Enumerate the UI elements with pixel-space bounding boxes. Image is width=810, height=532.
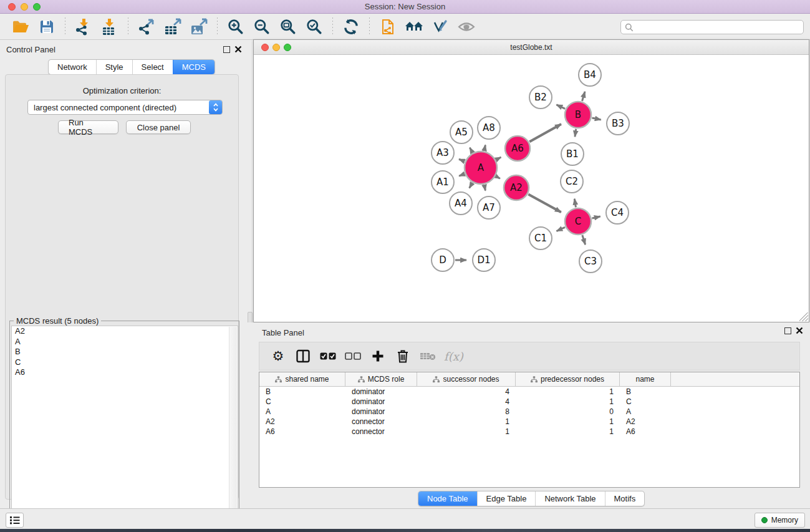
delete-column-button[interactable] xyxy=(393,347,412,365)
mcds-result-list[interactable]: A2ABCA6 xyxy=(11,326,238,530)
table-cell[interactable]: dominator xyxy=(345,387,417,397)
float-table-panel-icon[interactable] xyxy=(784,327,791,334)
graph-edge-A-A5[interactable] xyxy=(470,148,472,153)
network-graph[interactable]: B4B2BB3A5A8A6B1A3AC2A1A2A4A7C4CC1C3DD1 xyxy=(254,55,809,322)
float-panel-icon[interactable] xyxy=(223,46,230,53)
table-cell[interactable]: 0 xyxy=(516,407,620,417)
table-cell[interactable]: C xyxy=(620,397,671,407)
table-cell[interactable]: 1 xyxy=(417,427,516,437)
zoom-fit-button[interactable] xyxy=(277,17,299,37)
table-cell[interactable]: 1 xyxy=(516,387,620,397)
graph-edge-A-A6[interactable] xyxy=(496,157,501,160)
tab-motifs[interactable]: Motifs xyxy=(605,491,645,506)
table-row[interactable]: Adominator80A xyxy=(259,407,799,417)
table-cell[interactable]: connector xyxy=(345,427,417,437)
close-panel-button[interactable]: Close panel xyxy=(126,120,191,134)
table-cell[interactable]: connector xyxy=(345,417,417,427)
table-cell[interactable]: 1 xyxy=(516,397,620,407)
table-cell[interactable]: dominator xyxy=(345,407,417,417)
save-session-button[interactable] xyxy=(36,17,57,37)
graph-edge-A-A8[interactable] xyxy=(485,145,486,150)
tab-style[interactable]: Style xyxy=(96,60,132,74)
table-settings-button[interactable]: ⚙ xyxy=(269,347,287,365)
open-in-web-button[interactable] xyxy=(377,17,398,37)
import-network-button[interactable] xyxy=(73,17,94,37)
graph-edge-B-B3[interactable] xyxy=(592,118,600,120)
tab-edge-table[interactable]: Edge Table xyxy=(477,491,536,506)
table-row[interactable]: A6connector11A6 xyxy=(259,427,799,437)
table-cell[interactable]: A xyxy=(259,407,345,417)
table-cell[interactable]: 4 xyxy=(417,387,516,397)
graph-edge-B-B4[interactable] xyxy=(582,92,585,101)
table-cell[interactable]: 1 xyxy=(417,417,516,427)
graph-edge-C-C4[interactable] xyxy=(592,216,600,218)
table-cell[interactable]: A2 xyxy=(620,417,671,427)
show-hide-button[interactable] xyxy=(456,17,477,37)
result-list-scrollbar[interactable] xyxy=(229,327,237,530)
graph-edge-A6-B[interactable] xyxy=(529,124,561,142)
table-cell[interactable]: dominator xyxy=(345,397,417,407)
graph-edge-B-B1[interactable] xyxy=(575,129,576,137)
graph-edge-A-A4[interactable] xyxy=(470,183,473,188)
deselect-all-button[interactable] xyxy=(344,347,362,365)
window-resize-grip[interactable] xyxy=(799,312,808,321)
home-button[interactable] xyxy=(403,17,425,37)
export-table-button[interactable] xyxy=(162,17,183,37)
graph-edge-A-A3[interactable] xyxy=(459,159,465,161)
tab-network[interactable]: Network xyxy=(49,60,96,74)
table-cell[interactable]: A6 xyxy=(259,427,345,437)
export-network-button[interactable] xyxy=(136,17,157,37)
network-window-titlebar[interactable]: testGlobe.txt xyxy=(254,40,809,55)
refresh-button[interactable] xyxy=(340,17,362,37)
graph-edge-A2-C[interactable] xyxy=(528,195,561,213)
task-history-button[interactable] xyxy=(6,513,24,528)
table-cell[interactable]: A6 xyxy=(620,427,671,437)
table-cell[interactable]: A xyxy=(620,407,671,417)
table-cell[interactable]: C xyxy=(259,397,345,407)
open-session-button[interactable] xyxy=(10,17,31,37)
graph-edge-C-C3[interactable] xyxy=(582,235,586,244)
graph-edge-C-C2[interactable] xyxy=(574,199,576,208)
table-cell[interactable]: 1 xyxy=(516,417,620,427)
tab-select[interactable]: Select xyxy=(132,60,173,74)
column-header-name[interactable]: name xyxy=(620,372,671,386)
annotation-button[interactable] xyxy=(430,17,451,37)
graph-edge-C-C1[interactable] xyxy=(557,227,565,231)
table-cell[interactable]: A2 xyxy=(259,417,345,427)
column-header-successor-nodes[interactable]: successor nodes xyxy=(417,372,516,386)
graph-edge-A-A7[interactable] xyxy=(485,185,486,190)
search-field[interactable] xyxy=(620,20,804,34)
result-item[interactable]: A xyxy=(12,337,238,347)
result-item[interactable]: B xyxy=(12,347,238,357)
delete-table-button[interactable] xyxy=(418,347,437,365)
table-row[interactable]: Cdominator41C xyxy=(259,397,799,407)
table-cell[interactable]: 1 xyxy=(516,427,620,437)
graph-edge-A-A2[interactable] xyxy=(496,177,499,179)
table-cell[interactable]: B xyxy=(620,387,671,397)
graph-edge-A-A1[interactable] xyxy=(459,174,465,176)
table-cell[interactable]: 4 xyxy=(417,397,516,407)
zoom-in-button[interactable] xyxy=(225,17,246,37)
result-item[interactable]: C xyxy=(12,357,238,368)
result-item[interactable]: A2 xyxy=(12,326,238,337)
show-columns-button[interactable] xyxy=(294,347,312,365)
table-cell[interactable]: 8 xyxy=(417,407,516,417)
node-table[interactable]: shared nameMCDS rolesuccessor nodesprede… xyxy=(259,372,800,488)
search-input[interactable] xyxy=(636,23,799,32)
close-panel-icon[interactable] xyxy=(234,46,242,53)
graph-edge-B-B2[interactable] xyxy=(556,105,565,109)
close-table-panel-icon[interactable] xyxy=(796,327,803,334)
import-table-button[interactable] xyxy=(99,17,120,37)
table-row[interactable]: Bdominator41B xyxy=(259,387,799,397)
result-item[interactable]: A6 xyxy=(12,367,238,378)
tab-mcds[interactable]: MCDS xyxy=(173,60,215,74)
network-canvas[interactable]: B4B2BB3A5A8A6B1A3AC2A1A2A4A7C4CC1C3DD1 xyxy=(254,55,809,322)
column-header-shared-name[interactable]: shared name xyxy=(259,372,345,386)
export-image-button[interactable] xyxy=(188,17,210,37)
table-cell[interactable]: B xyxy=(259,387,345,397)
memory-button[interactable]: Memory xyxy=(755,513,805,528)
run-mcds-button[interactable]: Run MCDS xyxy=(58,120,118,134)
zoom-out-button[interactable] xyxy=(251,17,272,37)
zoom-selected-button[interactable] xyxy=(304,17,325,37)
criterion-dropdown[interactable]: largest connected component (directed) xyxy=(27,100,223,115)
